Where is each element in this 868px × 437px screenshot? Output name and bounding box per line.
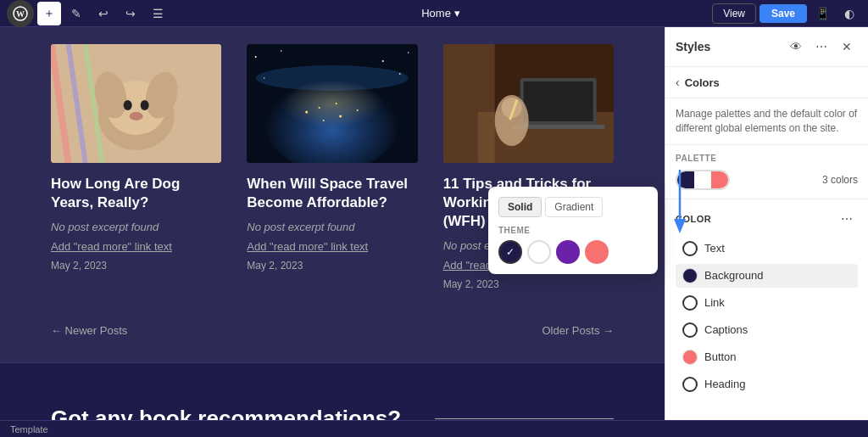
svg-text:W: W — [16, 9, 25, 19]
list-view-button[interactable]: ☰ — [146, 2, 170, 25]
gradient-tab[interactable]: Gradient — [545, 197, 603, 217]
color-more-button[interactable]: ⋯ — [836, 208, 858, 230]
dog-image — [51, 44, 221, 163]
solid-tab[interactable]: Solid — [498, 197, 542, 217]
toolbar-right: View Save 📱 ◐ — [712, 2, 861, 25]
wp-logo[interactable]: W — [7, 0, 34, 27]
color-item-link[interactable]: Link — [676, 291, 858, 315]
svg-point-15 — [305, 111, 308, 114]
post-card-1: How Long Are Dog Years, Really? No post … — [51, 44, 221, 290]
text-color-label: Text — [704, 242, 725, 255]
color-item-captions[interactable]: Captions — [676, 318, 858, 342]
post-card-2: When Will Space Travel Become Affordable… — [247, 44, 417, 290]
color-section: Color ⋯ Text Background Link — [665, 199, 868, 405]
color-items: Text Background Link Captions — [676, 237, 858, 396]
svg-point-23 — [382, 60, 384, 62]
back-nav[interactable]: ‹ Colors — [665, 67, 868, 98]
svg-point-7 — [124, 100, 132, 110]
undo-button[interactable]: ↩ — [92, 2, 115, 25]
picker-swatch-dark[interactable]: ✓ — [498, 240, 522, 264]
edit-button[interactable]: ✎ — [64, 2, 88, 25]
wfh-image — [443, 44, 614, 163]
picker-tabs: Solid Gradient — [498, 197, 648, 217]
back-arrow-icon: ‹ — [676, 76, 680, 89]
heading-color-dot — [682, 377, 698, 392]
post-image-1 — [51, 44, 221, 163]
svg-point-21 — [255, 56, 257, 58]
picker-swatch-purple[interactable] — [556, 240, 580, 264]
panel-title-row: Styles — [676, 40, 710, 53]
color-item-text[interactable]: Text — [676, 237, 858, 261]
close-panel-button[interactable]: ✕ — [836, 36, 858, 58]
swatch-container[interactable] — [676, 170, 730, 190]
home-menu-button[interactable]: Home ▾ — [413, 3, 469, 23]
theme-label: THEME — [498, 226, 648, 235]
svg-point-22 — [281, 50, 282, 52]
view-button[interactable]: View — [712, 3, 756, 24]
captions-color-label: Captions — [704, 323, 748, 336]
palette-section: PALETTE 3 colors — [665, 145, 868, 199]
color-picker-popup: Solid Gradient THEME ✓ — [488, 187, 658, 274]
more-options-button[interactable]: ⋯ — [810, 36, 832, 58]
button-color-dot — [682, 350, 698, 365]
post-date-2: May 2, 2023 — [247, 260, 417, 272]
styles-label: Styles — [676, 40, 710, 53]
color-item-background[interactable]: Background — [676, 264, 858, 288]
captions-color-dot — [682, 322, 698, 338]
post-read-more-2[interactable]: Add "read more" link text — [247, 240, 417, 253]
panel-description: Manage palettes and the default color of… — [665, 98, 868, 145]
background-color-label: Background — [704, 269, 763, 282]
post-title-1: How Long Are Dog Years, Really? — [51, 175, 221, 212]
space-image — [247, 44, 417, 163]
panel-header: Styles 👁 ⋯ ✕ — [665, 27, 868, 67]
swatch-dark — [677, 171, 694, 188]
svg-rect-36 — [443, 44, 495, 163]
svg-point-27 — [256, 65, 409, 91]
swatch-red — [711, 171, 728, 188]
pagination: ← Newer Posts Older Posts → — [0, 316, 665, 362]
color-item-button[interactable]: Button — [676, 345, 858, 369]
svg-point-8 — [141, 100, 149, 110]
home-label: Home — [421, 7, 451, 20]
background-color-dot — [682, 268, 698, 283]
contrast-button[interactable]: ◐ — [837, 2, 861, 25]
post-image-3 — [443, 44, 614, 163]
palette-colors-count: 3 colors — [822, 174, 858, 186]
eye-button[interactable]: 👁 — [785, 36, 807, 58]
post-title-2: When Will Space Travel Become Affordable… — [247, 175, 417, 212]
sidebar-panel: Styles 👁 ⋯ ✕ ‹ Colors Manage palettes an… — [665, 27, 868, 437]
button-color-label: Button — [704, 350, 737, 363]
colors-back-label: Colors — [685, 76, 720, 89]
color-item-heading[interactable]: Heading — [676, 373, 858, 396]
picker-swatches: ✓ — [498, 240, 648, 264]
toolbar-center: Home ▾ — [173, 3, 709, 23]
checkmark-icon: ✓ — [506, 246, 515, 258]
chevron-down-icon: ▾ — [454, 7, 460, 20]
swatch-white — [694, 171, 711, 188]
svg-point-24 — [408, 52, 409, 53]
palette-label: PALETTE — [676, 154, 858, 163]
save-button[interactable]: Save — [760, 4, 807, 23]
svg-rect-31 — [523, 81, 593, 121]
heading-color-label: Heading — [704, 378, 745, 390]
older-posts-link[interactable]: Older Posts → — [542, 324, 614, 337]
template-label: Template — [10, 424, 48, 434]
svg-point-19 — [323, 120, 325, 121]
picker-swatch-red[interactable] — [585, 240, 609, 264]
link-color-dot — [682, 295, 698, 311]
post-date-1: May 2, 2023 — [51, 260, 221, 272]
toolbar: W ＋ ✎ ↩ ↪ ☰ Home ▾ View Save 📱 ◐ — [0, 0, 868, 27]
status-bar: Template — [0, 420, 868, 437]
redo-button[interactable]: ↪ — [119, 2, 142, 25]
mobile-preview-button[interactable]: 📱 — [810, 2, 834, 25]
picker-swatch-white[interactable] — [527, 240, 551, 264]
palette-row: 3 colors — [676, 170, 858, 190]
main-area: How Long Are Dog Years, Really? No post … — [0, 27, 868, 437]
post-read-more-1[interactable]: Add "read more" link text — [51, 240, 221, 253]
post-image-2 — [247, 44, 417, 163]
newer-posts-link[interactable]: ← Newer Posts — [51, 324, 127, 337]
add-block-button[interactable]: ＋ — [37, 2, 61, 25]
post-excerpt-1: No post excerpt found — [51, 221, 221, 233]
svg-point-20 — [336, 103, 337, 104]
svg-point-16 — [319, 107, 320, 109]
